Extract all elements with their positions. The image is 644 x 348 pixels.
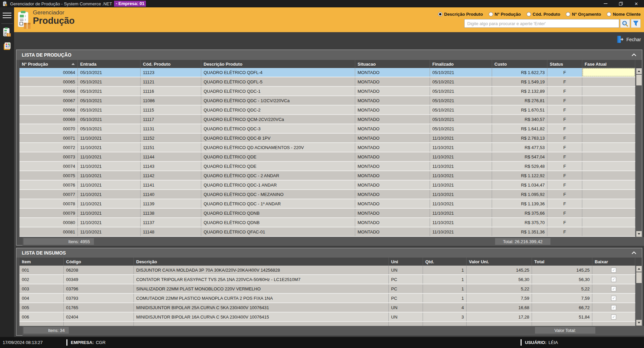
cell: F [547, 77, 582, 86]
column-header[interactable]: Finalizado [430, 60, 492, 68]
table-row[interactable]: 00303796SINALIZADOR 22MM PLAST MONOBLOCO… [19, 284, 642, 294]
radio-icon[interactable] [489, 12, 493, 16]
table-row[interactable]: 0007111/10/202111152QUADRO ELÉTRICO QDC-… [19, 134, 642, 143]
table-row[interactable]: 0006405/10/202111123QUADRO ELÉTRICO QDFL… [19, 68, 642, 77]
table-row[interactable]: 00602404MINIDISJUNTOR BIPOLAR 16A CURVA … [19, 312, 642, 322]
cell: 1 [423, 294, 467, 302]
search-option-c-d-produto[interactable]: Cód. Produto [527, 12, 560, 17]
search-input[interactable] [464, 19, 619, 28]
search-option-descri-o-produto[interactable]: Descrição Produto [438, 12, 483, 17]
table-row[interactable]: 0007311/10/202111144QUADRO ELÉTRICO QDEM… [19, 152, 642, 162]
table-row[interactable]: 0006805/10/202111115QUADRO ELÉTRICO QDC-… [19, 106, 642, 115]
table-row[interactable]: 0008111/10/202111148QUADRO ELÉTRICO QFAC… [19, 227, 642, 237]
cell: QUADRO ELÉTRICO QDC-2 [201, 106, 355, 114]
table-row[interactable]: 0008011/10/202111137QUADRO ELÉTRICO QDNB… [19, 218, 642, 227]
table-row[interactable]: 00501765MINIDISJUNTOR BIPOLAR 25A CURVA … [19, 303, 642, 312]
table-row[interactable]: 0006505/10/202111121QUADRO ELÉTRICO QDFL… [19, 77, 642, 87]
cell: 00075 [19, 171, 78, 180]
table-row[interactable]: 0007611/10/202111141QUADRO ELÉTRICO QDC-… [19, 181, 642, 190]
column-header[interactable]: Descrição [134, 258, 389, 266]
column-header[interactable]: Fase Atual [582, 60, 635, 68]
cell: 11116 [141, 87, 201, 95]
minimize-button[interactable] [598, 0, 613, 7]
cell: QUADRO ELÉTRICO QDC-1 ANDAR [201, 181, 355, 189]
cell: DISJUNTOR CAIXA MOLDADA 3P 70A 30KA/220V… [134, 266, 389, 274]
insumos-panel: LISTA DE INSUMOS ItemCódigoDescriçãoUniQ… [16, 248, 642, 336]
column-header[interactable]: Qtd. [423, 258, 467, 266]
search-button[interactable] [620, 19, 630, 28]
baixar-checkbox[interactable]: ✓ [611, 315, 616, 320]
cell [582, 77, 635, 86]
table-row[interactable]: 0006905/10/202111117QUADRO ELÉTRICO QCM-… [19, 115, 642, 124]
radio-icon[interactable] [566, 12, 570, 16]
radio-icon[interactable] [527, 12, 531, 16]
table-row[interactable]: 0007005/10/202111131QUADRO ELÉTRICO QDC-… [19, 124, 642, 134]
cell: MONTADO [355, 106, 430, 114]
insumos-panel-header[interactable]: LISTA DE INSUMOS [16, 248, 642, 258]
table-row[interactable]: 00403793COMUTADOR 22MM PLASTICO MANOPLA … [19, 294, 642, 303]
sidebar-item-production[interactable] [0, 26, 14, 38]
fase-atual-edit-cell[interactable] [582, 68, 635, 77]
scroll-thumb[interactable] [636, 272, 642, 283]
column-header[interactable]: N° Produção [19, 60, 78, 68]
menu-button[interactable] [3, 13, 11, 18]
column-header[interactable]: Descrição Produto [201, 60, 355, 68]
table-row[interactable]: 0007911/10/202111138QUADRO ELÉTRICO QDNB… [19, 209, 642, 218]
fechar-button[interactable]: Fechar [616, 35, 641, 44]
restore-button[interactable] [613, 0, 629, 7]
search-option-n-produ-o[interactable]: N° Produção [489, 12, 521, 17]
baixar-checkbox[interactable]: ✓ [611, 277, 616, 282]
insumos-scrollbar[interactable] [635, 266, 642, 326]
reports-icon [3, 42, 11, 51]
table-row[interactable]: 0006605/10/202111116QUADRO ELÉTRICO QDC-… [19, 87, 642, 96]
cell: 11/10/2021 [78, 171, 141, 180]
baixar-checkbox[interactable]: ✓ [611, 268, 616, 273]
table-row[interactable]: 0006705/10/202111086QUADRO ELÉTRICO QDC … [19, 96, 642, 106]
cell: QUADRO ELÉTRICO QDC - 2 ANDAR [201, 171, 355, 180]
column-header[interactable]: Situacao [355, 60, 430, 68]
column-header[interactable]: Uni [389, 258, 423, 266]
table-row[interactable]: 00200349CONTATOR TRIPOLAR EASYPACT TVS 2… [19, 275, 642, 284]
production-scrollbar[interactable] [635, 68, 642, 237]
table-row[interactable]: 0007711/10/202111140QUADRO ELÉTRICO QDC … [19, 190, 642, 199]
baixar-checkbox[interactable]: ✓ [611, 305, 616, 310]
column-header[interactable]: Entrada [78, 60, 141, 68]
close-button[interactable]: ✕ [629, 0, 644, 7]
column-header[interactable]: Custo [492, 60, 547, 68]
table-row[interactable]: 0007411/10/202111143QUADRO ELÉTRICO QDEM… [19, 162, 642, 171]
column-header[interactable]: Cód. Produto [141, 60, 201, 68]
cell: R$ 1.641,82 [492, 124, 547, 133]
table-row[interactable]: 00106208DISJUNTOR CAIXA MOLDADA 3P 70A 3… [19, 266, 642, 275]
column-header[interactable]: Total [532, 258, 592, 266]
radio-icon[interactable] [438, 12, 442, 16]
collapse-chevron-icon[interactable] [631, 53, 637, 57]
cell: PC [389, 294, 423, 302]
table-row[interactable]: 0007511/10/202111142QUADRO ELÉTRICO QDC … [19, 171, 642, 181]
cell: 11/10/2021 [430, 218, 492, 227]
collapse-chevron-icon[interactable] [631, 251, 637, 255]
column-header[interactable]: Valor Uni. [467, 258, 532, 266]
cell [592, 322, 635, 326]
sidebar-item-reports[interactable] [0, 41, 14, 52]
scroll-down-button[interactable] [636, 231, 642, 237]
cell [582, 115, 635, 124]
table-row[interactable]: 0007211/10/202111151QUADRO ELÉTRICO QD A… [19, 143, 642, 152]
scroll-thumb[interactable] [636, 75, 642, 85]
column-header[interactable]: Código [64, 258, 134, 266]
scroll-up-button[interactable] [636, 266, 642, 272]
production-panel-header[interactable]: LISTA DE PRODUÇÃO [16, 50, 642, 60]
column-header[interactable]: Status [547, 60, 582, 68]
scroll-up-button[interactable] [636, 68, 642, 74]
app-logo [17, 10, 32, 31]
cell [582, 143, 635, 152]
search-option-n-or-amento[interactable]: N° Orçamento [566, 12, 601, 17]
table-row[interactable]: 0007811/10/202111139QUADRO ELÉTRICO QDC … [19, 199, 642, 209]
baixar-checkbox[interactable]: ✓ [611, 296, 616, 301]
search-option-nome-cliente[interactable]: Nome Cliente [607, 12, 641, 17]
radio-icon[interactable] [607, 12, 611, 16]
column-header[interactable]: Baixar [592, 258, 635, 266]
column-header[interactable]: Item [19, 258, 64, 266]
baixar-checkbox[interactable]: ✓ [611, 286, 616, 291]
filter-button[interactable] [631, 19, 641, 28]
scroll-down-button[interactable] [636, 320, 642, 326]
